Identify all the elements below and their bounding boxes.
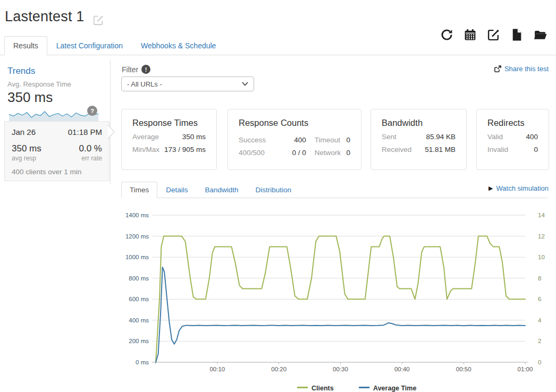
stat-value: 350 ms bbox=[182, 133, 206, 141]
filter-label-row: Filter ! bbox=[122, 65, 150, 74]
stat-label: Average bbox=[132, 133, 159, 141]
chart-tab-details[interactable]: Details bbox=[157, 182, 196, 198]
share-icon bbox=[494, 65, 502, 73]
stat-value: 0 bbox=[346, 149, 350, 157]
run-summary: 400 clients over 1 min bbox=[12, 168, 102, 176]
stat-label: Received bbox=[382, 146, 411, 154]
stat-value: 0 bbox=[534, 146, 538, 154]
chart-tab-times[interactable]: Times bbox=[121, 182, 157, 198]
share-label: Share this test bbox=[504, 65, 549, 73]
stat-value: 0 / 0 bbox=[292, 149, 306, 157]
main-tabbar: Results Latest Configuration Webhooks & … bbox=[0, 36, 556, 55]
svg-text:12: 12 bbox=[538, 233, 545, 240]
svg-text:1000 ms: 1000 ms bbox=[125, 254, 149, 260]
run-time: 01:18 PM bbox=[68, 127, 102, 137]
card-title: Redirects bbox=[487, 118, 538, 128]
response-counts-card: Response Counts Success400 400/5000 / 0 … bbox=[228, 109, 361, 170]
tab-results[interactable]: Results bbox=[4, 36, 47, 55]
run-date: Jan 26 bbox=[12, 127, 36, 137]
play-icon: ▶ bbox=[488, 185, 493, 192]
card-title: Response Times bbox=[132, 118, 206, 128]
svg-text:00:10: 00:10 bbox=[209, 366, 225, 372]
trend-sparkline bbox=[8, 108, 99, 122]
summary-cards: Response Times Average350 ms Min/Max173 … bbox=[121, 109, 549, 170]
response-times-card: Response Times Average350 ms Min/Max173 … bbox=[121, 109, 217, 170]
run-err-value: 0.0 % bbox=[79, 143, 102, 154]
share-test-link[interactable]: Share this test bbox=[494, 65, 549, 73]
svg-text:800 ms: 800 ms bbox=[129, 275, 149, 282]
rename-test-icon[interactable] bbox=[92, 14, 104, 26]
svg-text:00:20: 00:20 bbox=[271, 366, 287, 372]
test-results-page: Lastentest 1 bbox=[0, 0, 556, 392]
test-run-item[interactable]: Jan 26 01:18 PM 350 ms 0.0 % avg resp er… bbox=[4, 121, 109, 181]
stat-label: Sent bbox=[382, 133, 397, 141]
svg-text:00:30: 00:30 bbox=[333, 366, 348, 372]
stat-value: 173 / 905 ms bbox=[164, 146, 206, 154]
trend-help-icon[interactable]: ? bbox=[87, 106, 97, 116]
selected-run-chevron-icon bbox=[107, 124, 116, 140]
svg-text:1400 ms: 1400 ms bbox=[125, 212, 149, 218]
stat-value: 85.94 KB bbox=[426, 133, 456, 141]
trends-sidebar: Trends Avg. Response Time 350 ms ? Jan 2… bbox=[4, 59, 111, 184]
stat-value: 400 bbox=[526, 133, 538, 141]
stat-label: Network bbox=[315, 149, 341, 157]
stat-value: 0 bbox=[346, 136, 350, 144]
stat-label: Min/Max bbox=[132, 146, 159, 154]
svg-text:0 ms: 0 ms bbox=[136, 359, 149, 365]
svg-text:00:50: 00:50 bbox=[456, 366, 471, 372]
run-avg-label: avg resp bbox=[12, 155, 36, 162]
url-filter-select[interactable]: - All URLs - bbox=[121, 76, 254, 91]
chart-tabbar: Times Details Bandwidth Distribution bbox=[121, 182, 548, 198]
svg-text:0: 0 bbox=[538, 359, 541, 365]
svg-text:Average Time: Average Time bbox=[373, 385, 416, 392]
svg-text:200 ms: 200 ms bbox=[129, 338, 149, 344]
filter-label: Filter bbox=[122, 65, 138, 74]
url-filter-value: - All URLs - bbox=[127, 80, 162, 88]
card-title: Bandwidth bbox=[382, 118, 456, 128]
svg-text:8: 8 bbox=[538, 275, 541, 282]
bandwidth-card: Bandwidth Sent85.94 KB Received51.81 MB bbox=[370, 109, 467, 170]
run-err-label: err rate bbox=[81, 155, 102, 162]
svg-text:14: 14 bbox=[538, 212, 545, 218]
chart-tab-distribution[interactable]: Distribution bbox=[247, 182, 300, 198]
stat-value: 51.81 MB bbox=[425, 146, 456, 154]
svg-text:00:40: 00:40 bbox=[394, 366, 410, 372]
svg-text:2: 2 bbox=[538, 338, 541, 344]
page-title: Lastentest 1 bbox=[5, 8, 85, 25]
run-avg-value: 350 ms bbox=[12, 143, 41, 154]
avg-response-time-label: Avg. Response Time bbox=[7, 80, 110, 88]
card-title: Response Counts bbox=[239, 118, 350, 128]
svg-text:6: 6 bbox=[538, 296, 541, 302]
watch-simulation-link[interactable]: ▶ Watch simulation bbox=[488, 184, 549, 192]
svg-text:01:00: 01:00 bbox=[518, 366, 533, 372]
stat-label: Valid bbox=[487, 133, 503, 141]
stat-label: Timeout bbox=[315, 136, 340, 144]
times-chart: 0 ms0200 ms2400 ms4600 ms6800 ms81000 ms… bbox=[121, 204, 556, 392]
avg-response-time-value: 350 ms bbox=[7, 89, 110, 106]
chevron-down-icon bbox=[242, 82, 248, 86]
svg-text:10: 10 bbox=[538, 254, 545, 260]
tab-webhooks-schedule[interactable]: Webhooks & Schedule bbox=[132, 36, 225, 55]
svg-text:600 ms: 600 ms bbox=[129, 296, 149, 302]
watch-simulation-label: Watch simulation bbox=[496, 184, 549, 192]
stat-label: Invalid bbox=[487, 146, 508, 154]
svg-text:Clients: Clients bbox=[311, 385, 334, 392]
svg-text:4: 4 bbox=[538, 317, 542, 323]
trends-heading[interactable]: Trends bbox=[7, 66, 110, 76]
tab-latest-configuration[interactable]: Latest Configuration bbox=[47, 36, 132, 55]
svg-text:1200 ms: 1200 ms bbox=[125, 233, 149, 240]
stat-label: Success bbox=[239, 136, 266, 144]
svg-text:400 ms: 400 ms bbox=[129, 317, 149, 323]
redirects-card: Redirects Valid400 Invalid0 bbox=[476, 109, 549, 170]
stat-label: 400/500 bbox=[239, 149, 265, 157]
filter-info-icon[interactable]: ! bbox=[141, 65, 150, 74]
chart-tab-bandwidth[interactable]: Bandwidth bbox=[197, 182, 247, 198]
stat-value: 400 bbox=[294, 136, 306, 144]
